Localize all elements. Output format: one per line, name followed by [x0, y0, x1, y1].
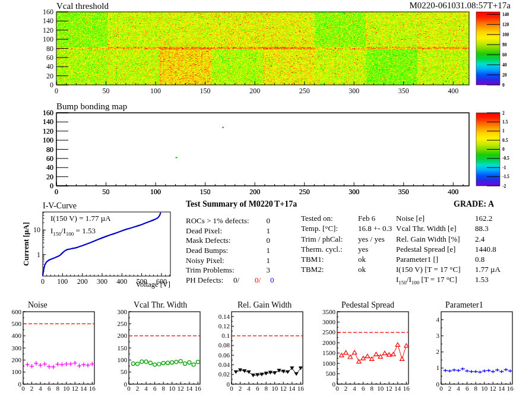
svg-text:300: 300	[118, 308, 128, 315]
noise_per_roc-plot: 01002003004005006000246810121416	[12, 308, 96, 392]
svg-text:200: 200	[12, 356, 22, 363]
svg-text:100: 100	[150, 188, 161, 196]
iv-y-axis-label: Current [µA]	[21, 202, 31, 286]
noise_per_roc-series	[26, 361, 94, 369]
svg-text:140: 140	[43, 17, 53, 25]
svg-text:100: 100	[43, 136, 53, 144]
summary-row: Trim Problems:3	[186, 265, 270, 275]
svg-text:50: 50	[103, 87, 110, 95]
svg-text:2: 2	[502, 110, 505, 116]
svg-text:20: 20	[46, 173, 53, 181]
svg-text:2: 2	[239, 385, 242, 392]
svg-text:200: 200	[249, 87, 260, 95]
iv-curve-title: I-V-Curve	[43, 201, 77, 211]
svg-text:40: 40	[46, 62, 53, 71]
svg-text:600: 600	[12, 308, 22, 315]
svg-text:4: 4	[144, 385, 148, 392]
svg-text:16: 16	[195, 385, 202, 392]
svg-text:140: 140	[502, 12, 509, 17]
svg-text:-0.5: -0.5	[502, 156, 509, 161]
svg-text:0.02: 0.02	[218, 370, 230, 378]
svg-text:150: 150	[200, 188, 211, 196]
summary-row: I(150 V) [T = 17 °C]1.77 µA	[396, 265, 460, 274]
parameter1-plot-title: Parameter1	[445, 300, 483, 310]
svg-text:0.1: 0.1	[221, 332, 230, 339]
svg-text:10: 10	[377, 385, 384, 392]
svg-text:0: 0	[335, 385, 339, 392]
module-id-label: M0220-061031.08:57T+17a	[409, 1, 511, 11]
svg-text:2: 2	[436, 348, 440, 355]
svg-text:300: 300	[349, 188, 359, 196]
svg-text:20: 20	[502, 72, 507, 78]
vcal-map-axes: 0501001502002503003504000204060801001201…	[43, 8, 469, 95]
svg-text:40: 40	[46, 163, 53, 172]
svg-text:8: 8	[56, 385, 59, 392]
gain-width-plot-title: Rel. Gain Width	[238, 300, 292, 310]
svg-text:-1: -1	[502, 165, 506, 170]
svg-text:1: 1	[502, 128, 505, 134]
summary-row: Dead Pixel:1	[186, 226, 270, 236]
summary-row: Trim / phCal:yes / yes	[301, 235, 343, 244]
svg-text:0.14: 0.14	[218, 313, 230, 320]
pedestal-plot-title: Pedestal Spread	[341, 300, 394, 310]
parameter1_per_roc-plot: 012340246810121416	[436, 312, 514, 392]
svg-text:16: 16	[297, 385, 305, 392]
svg-text:150: 150	[118, 344, 128, 352]
svg-text:50: 50	[121, 368, 128, 375]
svg-text:16: 16	[507, 385, 514, 392]
svg-text:2: 2	[30, 385, 34, 392]
svg-text:0: 0	[502, 147, 505, 152]
svg-text:3500: 3500	[322, 308, 336, 315]
summary-row: Vcal Thr. Width [e]88.3	[396, 224, 457, 233]
iv-annotation-ratio: I150/I100 = 1.53	[50, 226, 96, 236]
svg-text:0: 0	[21, 385, 25, 392]
svg-text:16: 16	[89, 385, 96, 392]
svg-text:350: 350	[398, 87, 409, 95]
svg-text:20: 20	[46, 72, 53, 80]
svg-text:60: 60	[46, 53, 53, 62]
svg-text:100: 100	[118, 356, 128, 363]
svg-text:500: 500	[326, 370, 336, 377]
svg-text:1: 1	[436, 364, 440, 371]
svg-text:0.04: 0.04	[218, 361, 230, 368]
svg-text:0: 0	[55, 188, 58, 196]
svg-text:80: 80	[46, 45, 53, 53]
summary-row: ROCs > 1% defects:0	[186, 216, 270, 226]
svg-text:10: 10	[271, 385, 278, 392]
svg-text:2000: 2000	[322, 339, 336, 346]
vcal-map-title: Vcal threshold	[56, 1, 109, 11]
summary-row: Noisy Pixel:1	[186, 256, 270, 265]
svg-text:0: 0	[41, 277, 45, 286]
summary-row: Temp. [°C]:16.8 +- 0.3	[301, 224, 338, 233]
svg-text:4: 4	[247, 385, 251, 392]
svg-text:100: 100	[502, 32, 509, 37]
svg-text:500: 500	[12, 320, 22, 327]
svg-text:120: 120	[502, 22, 509, 27]
svg-text:250: 250	[299, 87, 310, 95]
svg-text:12: 12	[490, 385, 496, 392]
svg-text:400: 400	[448, 87, 458, 95]
svg-text:0: 0	[230, 385, 233, 392]
svg-text:160: 160	[43, 8, 53, 16]
svg-text:6: 6	[466, 385, 469, 392]
summary-row: Pedestal Spread [e]1440.8	[396, 245, 455, 254]
parameter1_per_roc-series	[444, 368, 512, 373]
svg-text:4: 4	[39, 385, 42, 392]
svg-text:0: 0	[50, 81, 53, 89]
svg-text:0: 0	[127, 385, 131, 392]
svg-text:400: 400	[12, 332, 22, 339]
svg-text:2500: 2500	[322, 328, 336, 335]
rel_gain_width_per_roc-series	[234, 366, 303, 377]
svg-text:400: 400	[448, 188, 458, 196]
svg-text:60: 60	[502, 52, 507, 58]
svg-text:10: 10	[169, 385, 176, 392]
svg-text:140: 140	[43, 118, 53, 126]
bump-colorbar: 21.510.50-0.5-1-1.5-2	[476, 110, 509, 189]
svg-text:10: 10	[33, 226, 40, 234]
svg-text:6: 6	[48, 385, 51, 392]
pedestal_spread_per_roc-series	[340, 343, 408, 363]
vcal_thr_width_per_roc-series	[131, 359, 200, 366]
svg-text:80: 80	[46, 145, 53, 154]
svg-text:350: 350	[398, 188, 409, 196]
svg-text:12: 12	[72, 385, 78, 392]
